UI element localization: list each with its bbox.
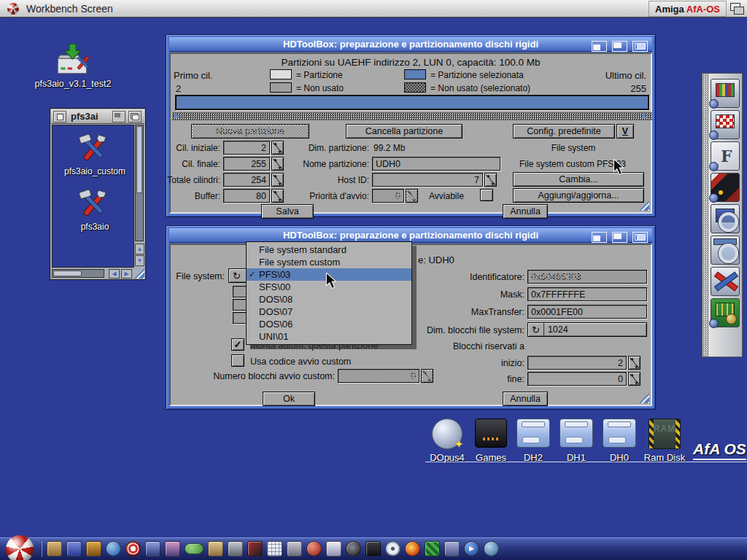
screenmode-magnifier-icon[interactable]	[711, 204, 740, 233]
lifebuoy-icon[interactable]	[125, 541, 141, 556]
calculator-icon[interactable]	[287, 541, 302, 556]
dropdown-item[interactable]: UNI\01	[247, 330, 411, 343]
bootable-checkbox[interactable]	[480, 189, 493, 201]
picture-prefs-icon[interactable]	[711, 173, 740, 202]
screen-depth-gadget-icon[interactable]	[730, 3, 744, 15]
host-id-spinner[interactable]: ▲▼	[484, 173, 497, 187]
monitor-blue-icon[interactable]	[145, 541, 160, 556]
start-cyl-input[interactable]: 2	[223, 141, 270, 155]
cancel-button-w1[interactable]: Annulla	[503, 204, 548, 219]
dh2-drive-icon[interactable]	[516, 419, 550, 448]
vertical-scrollbar[interactable]	[135, 125, 144, 241]
trash-up-icon[interactable]	[86, 541, 101, 556]
doc-icon[interactable]	[326, 541, 341, 556]
vertical-scroll-thumb[interactable]	[136, 126, 142, 193]
reserved-end-spinner[interactable]: ▲▼	[628, 372, 640, 386]
dock-item-dh2[interactable]: DH2	[511, 419, 555, 448]
depth-gadget-icon[interactable]	[632, 41, 648, 52]
end-cyl-spinner[interactable]: ▲▼	[271, 157, 284, 171]
boing-monitor-icon[interactable]	[711, 110, 740, 139]
start-cyl-spinner[interactable]: ▲▼	[271, 141, 284, 155]
soundcard-icon[interactable]	[711, 298, 740, 327]
monitor-pink-icon[interactable]	[165, 541, 180, 556]
scroll-up-icon[interactable]: ▲	[135, 244, 144, 254]
clipboard-icon[interactable]	[208, 541, 223, 556]
hdtoolbox2-titlebar[interactable]: HDToolBox: preparazione e partizionament…	[169, 228, 652, 243]
range-marker-right-icon[interactable]: ▲	[639, 110, 649, 120]
save-button[interactable]: Salva	[261, 204, 314, 219]
dh1-drive-icon[interactable]	[560, 419, 593, 448]
total-cyl-input[interactable]: 254	[223, 173, 270, 187]
preset-config-dropdown-button[interactable]: V	[616, 124, 634, 139]
partition-name-input[interactable]: UDH0	[372, 157, 500, 171]
zoom-gadget-icon[interactable]	[112, 111, 125, 122]
reserved-start-spinner[interactable]: ▲▼	[628, 356, 640, 370]
custom-bootcode-checkbox[interactable]	[231, 354, 244, 367]
partition-bar[interactable]	[175, 95, 649, 110]
font-doc-icon[interactable]	[711, 141, 740, 171]
blocksize-cycle[interactable]: ↻1024	[527, 322, 647, 337]
horizontal-scrollbar[interactable]	[52, 269, 104, 278]
scroll-down-icon[interactable]: ▼	[135, 255, 144, 266]
pfs3aio-icon[interactable]	[77, 190, 109, 219]
add-update-button[interactable]: Aggiungi/aggiorna...	[513, 188, 644, 203]
grid-icon[interactable]	[267, 541, 282, 556]
delete-partition-button[interactable]: Cancella partizione	[346, 124, 462, 139]
boot-blocks-input[interactable]: 0	[338, 369, 419, 383]
drawer-icon[interactable]	[47, 541, 62, 556]
scroll-right-icon[interactable]: ▶	[121, 269, 132, 279]
dock-item-dh1[interactable]: DH1	[554, 419, 598, 448]
identifier-input[interactable]: 0x50465303	[527, 270, 647, 284]
installer-disk-icon[interactable]	[54, 42, 92, 77]
cylinder-strip[interactable]	[172, 112, 652, 120]
fireball-icon[interactable]	[405, 541, 420, 556]
end-cyl-input[interactable]: 255	[223, 157, 270, 171]
onair-icon[interactable]	[365, 541, 381, 556]
depth-gadget-icon[interactable]	[128, 111, 142, 122]
boot-blocks-spinner[interactable]: ▲▼	[421, 369, 433, 383]
scanner-icon[interactable]	[228, 541, 243, 556]
dropdown-item[interactable]: File system standard	[247, 244, 411, 256]
scroll-left-icon[interactable]: ◀	[109, 269, 120, 279]
pfs3aio-custom-icon[interactable]	[77, 134, 109, 163]
dropdown-item[interactable]: File system custom	[247, 256, 411, 268]
oui-pill-icon[interactable]	[185, 543, 204, 554]
cancel-button-w2[interactable]: Annulla	[503, 392, 548, 406]
iconify-gadget-icon[interactable]	[592, 41, 607, 52]
boot-priority-spinner[interactable]: ▲▼	[406, 189, 418, 203]
hdtools-icon[interactable]	[711, 267, 740, 296]
buffer-spinner[interactable]: ▲▼	[271, 189, 284, 203]
pfs3ai-titlebar[interactable]: pfs3ai	[51, 109, 144, 124]
pfs3ai-window[interactable]: pfs3ai pfs3aio_custom pfs3aio ▲ ▼ ◀ ▶	[50, 108, 146, 280]
red-ball-icon[interactable]	[306, 541, 322, 556]
dopus4-icon[interactable]	[432, 419, 462, 449]
change-filesystem-button[interactable]: Cambia...	[513, 172, 644, 187]
dh0-drive-icon[interactable]	[603, 419, 636, 448]
dock-item-dh0[interactable]: DH0	[597, 419, 641, 448]
dock-item-games[interactable]: Games	[469, 419, 513, 448]
preset-config-button[interactable]: Config. predefinite	[513, 124, 615, 139]
resize-gadget-icon[interactable]	[639, 393, 649, 403]
prefs-box-icon[interactable]	[66, 541, 82, 556]
close-gadget-icon[interactable]	[53, 111, 66, 122]
cd-icon[interactable]	[385, 541, 400, 556]
horizontal-scroll-thumb[interactable]	[53, 271, 82, 276]
play-icon[interactable]	[464, 541, 479, 556]
zoom-gadget-icon[interactable]	[612, 232, 627, 243]
depth-gadget-icon[interactable]	[632, 232, 648, 243]
window-magnifier-icon[interactable]	[711, 236, 740, 265]
mask-input[interactable]: 0x7FFFFFFE	[527, 287, 647, 301]
speaker-icon[interactable]	[346, 541, 361, 556]
globe-icon[interactable]	[106, 541, 121, 556]
ok-button[interactable]: Ok	[263, 392, 315, 406]
dropdown-item[interactable]: DOS\06	[247, 318, 411, 330]
range-marker-left-icon[interactable]: ▲	[171, 110, 181, 120]
host-id-input[interactable]: 7	[372, 173, 483, 187]
dropdown-item[interactable]: DOS\08	[247, 293, 411, 306]
display-prefs-icon[interactable]	[711, 79, 740, 108]
resize-gadget-icon[interactable]	[134, 268, 144, 279]
zoom-gadget-icon[interactable]	[612, 41, 627, 52]
sphere-star-icon[interactable]	[484, 541, 499, 556]
taskbar-menu-ball-icon[interactable]	[6, 535, 34, 560]
total-cyl-spinner[interactable]: ▲▼	[271, 173, 284, 187]
